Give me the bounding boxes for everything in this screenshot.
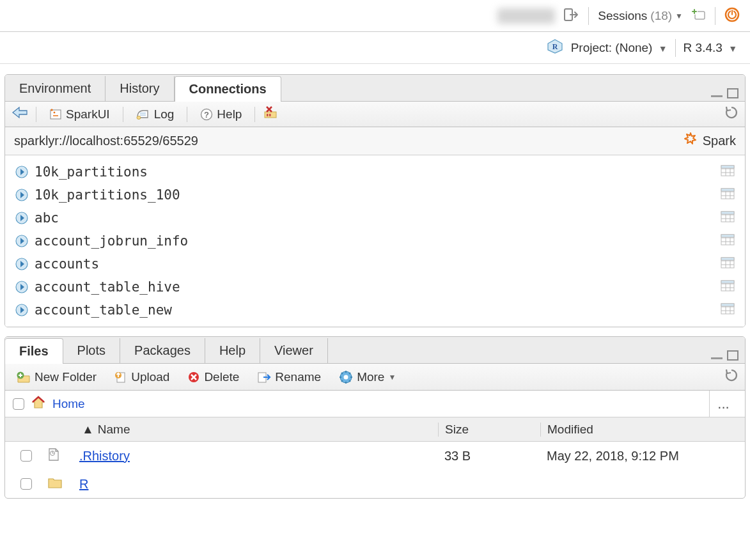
tab-environment[interactable]: Environment [5,76,105,101]
sort-asc-icon: ▲ [82,423,94,437]
tab-history[interactable]: History [105,76,174,101]
connection-type: Spark [703,134,736,148]
svg-rect-18 [721,166,734,168]
file-row: .Rhistory 33 B May 22, 2018, 9:12 PM [5,442,745,470]
r-version-dropdown[interactable]: R 3.4.3 ▼ [684,41,737,55]
select-all-checkbox[interactable] [13,398,24,410]
table-row[interactable]: abc [5,206,745,229]
expand-icon[interactable] [15,166,28,178]
tab-files[interactable]: Files [5,338,63,364]
refresh-icon[interactable] [724,105,738,123]
minimize-icon[interactable] [710,89,723,100]
table-list: 10k_partitions 10k_partitions_100 abc [5,155,745,327]
expand-icon[interactable] [15,235,28,247]
help-button[interactable]: ? Help [195,106,247,123]
files-panel: Files Plots Packages Help Viewer New Fol… [4,336,746,499]
table-grid-icon[interactable] [721,164,735,180]
file-checkbox[interactable] [20,478,32,490]
back-arrow-icon[interactable] [12,106,28,122]
file-name-link[interactable]: R [79,477,88,492]
svg-rect-30 [721,258,734,260]
col-size[interactable]: Size [438,423,540,437]
svg-rect-7 [711,95,723,97]
expand-icon[interactable] [15,189,28,201]
col-name[interactable]: ▲ Name [79,423,438,437]
new-session-icon[interactable] [692,9,706,23]
project-dropdown[interactable]: Project: (None) ▼ [571,41,668,55]
svg-text:?: ? [204,110,209,120]
divider [675,39,676,57]
files-toolbar: New Folder Upload Delete Rename More ▼ [5,364,745,391]
power-icon[interactable] [724,7,740,25]
expand-icon[interactable] [15,212,28,224]
connections-tabs: Environment History Connections [5,75,745,102]
log-label: Log [154,107,175,121]
project-bar: R Project: (None) ▼ R 3.4.3 ▼ [0,32,750,64]
refresh-icon[interactable] [724,368,738,385]
svg-rect-24 [721,212,734,214]
svg-rect-21 [721,189,734,191]
table-row[interactable]: account_table_hive [5,276,745,299]
help-label: Help [217,107,242,121]
new-folder-button[interactable]: New Folder [12,369,102,385]
file-name-link[interactable]: .Rhistory [79,449,130,463]
more-dropdown[interactable]: More ▼ [334,369,401,385]
expand-icon[interactable] [15,281,28,293]
table-grid-icon[interactable] [721,256,735,272]
r-version-label: R 3.4.3 [684,41,723,54]
files-tabs: Files Plots Packages Help Viewer [5,337,745,364]
svg-point-45 [344,375,348,379]
file-checkbox[interactable] [20,450,32,462]
col-modified[interactable]: Modified [540,423,745,437]
tab-help[interactable]: Help [205,338,260,363]
expand-icon[interactable] [15,304,28,316]
expand-icon[interactable] [15,258,28,270]
minimize-icon[interactable] [710,351,723,362]
table-grid-icon[interactable] [721,302,735,318]
table-grid-icon[interactable] [721,187,735,203]
rename-label: Rename [275,370,321,384]
path-ellipsis-button[interactable]: ... [709,391,737,417]
signout-icon[interactable] [564,8,579,24]
delete-label: Delete [204,370,239,384]
table-row[interactable]: 10k_partitions [5,160,745,183]
table-grid-icon[interactable] [721,233,735,249]
table-grid-icon[interactable] [721,279,735,295]
svg-rect-36 [721,304,734,306]
chevron-down-icon: ▼ [659,43,668,54]
table-row[interactable]: account_jobrun_info [5,229,745,253]
table-grid-icon[interactable] [721,210,735,226]
sessions-count: (18) [650,9,672,23]
breadcrumb-home-link[interactable]: Home [52,397,85,411]
sparkui-button[interactable]: SparkUI [44,106,115,123]
table-row[interactable]: accounts [5,253,745,276]
connection-path-row: sparklyr://localhost:65529/65529 Spark [5,127,745,155]
table-row[interactable]: 10k_partitions_100 [5,183,745,206]
svg-rect-5 [731,10,733,15]
sessions-dropdown[interactable]: Sessions (18) ▼ [598,9,683,23]
maximize-icon[interactable] [727,88,738,101]
log-button[interactable]: Log [131,106,180,123]
svg-rect-27 [721,235,734,237]
maximize-icon[interactable] [727,350,738,363]
connection-url: sparklyr://localhost:65529/65529 [14,134,198,148]
table-name-label: 10k_partitions_100 [35,187,180,203]
table-name-label: account_table_hive [35,279,180,295]
tab-plots[interactable]: Plots [63,338,120,363]
table-row[interactable]: account_table_new [5,299,745,322]
rename-button[interactable]: Rename [252,369,326,385]
sessions-label: Sessions [598,9,647,23]
top-bar: Sessions (18) ▼ [0,0,750,32]
delete-button[interactable]: Delete [182,369,244,385]
tab-viewer[interactable]: Viewer [260,338,328,363]
table-name-label: 10k_partitions [35,164,148,180]
folder-icon [47,476,63,492]
home-icon[interactable] [31,395,46,412]
tab-packages[interactable]: Packages [120,338,205,363]
svg-rect-15 [269,114,271,116]
upload-button[interactable]: Upload [109,369,175,385]
connections-panel: Environment History Connections SparkUI … [4,74,746,327]
upload-label: Upload [131,370,169,384]
disconnect-icon[interactable] [263,105,278,123]
tab-connections[interactable]: Connections [175,76,281,102]
